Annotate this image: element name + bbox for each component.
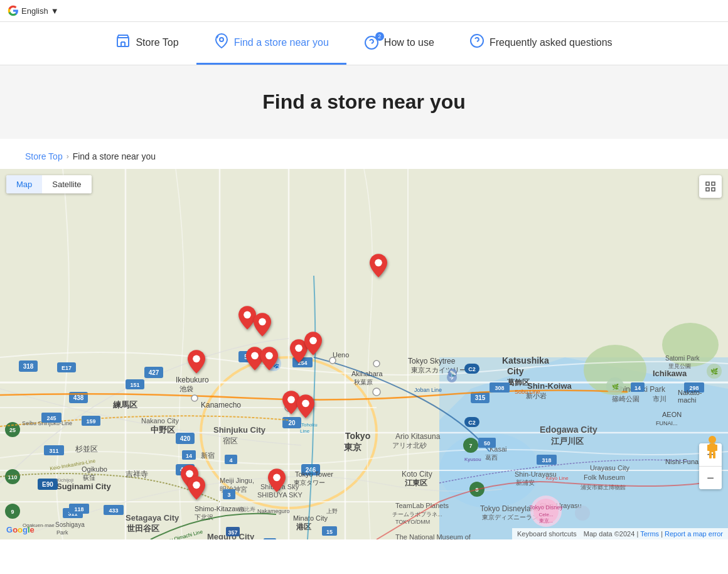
svg-text:Ikebukuro: Ikebukuro — [176, 376, 209, 384]
map-pin-6[interactable] — [260, 347, 278, 373]
svg-text:438: 438 — [73, 394, 84, 401]
how-to-use-icon: 2 — [364, 35, 379, 50]
map-pin-11[interactable] — [268, 468, 286, 495]
svg-text:308: 308 — [495, 385, 504, 391]
svg-text:9: 9 — [11, 509, 14, 515]
svg-text:Line: Line — [300, 428, 310, 434]
svg-text:Rainbow Bridge: Rainbow Bridge — [276, 539, 321, 539]
svg-text:宿区: 宿区 — [223, 436, 238, 445]
svg-rect-245 — [706, 188, 709, 191]
svg-text:Tokyo Skytree: Tokyo Skytree — [408, 357, 456, 366]
breadcrumb-separator: › — [67, 152, 69, 161]
map-fullscreen-btn[interactable] — [699, 175, 722, 198]
map-pin-1[interactable] — [370, 254, 387, 280]
map-type-map-btn[interactable]: Map — [6, 175, 42, 193]
svg-text:Suginami City: Suginami City — [56, 482, 111, 491]
svg-rect-249 — [709, 452, 712, 458]
svg-point-242 — [193, 482, 200, 489]
svg-text:池袋: 池袋 — [179, 385, 193, 393]
svg-text:Kanamecho: Kanamecho — [201, 401, 241, 409]
svg-text:Nakato-: Nakato- — [678, 389, 702, 396]
svg-text:東京スカイツリー: 東京スカイツリー — [411, 366, 466, 374]
nav-item-find-store[interactable]: Find a store near you — [196, 22, 346, 65]
nav-item-store-top[interactable]: Store Top — [98, 22, 196, 65]
svg-text:秋葉原: 秋葉原 — [354, 379, 373, 386]
svg-point-230 — [375, 259, 382, 267]
svg-point-231 — [244, 311, 252, 318]
svg-text:Ario Kitasuna: Ario Kitasuna — [395, 432, 441, 441]
svg-text:Koto City: Koto City — [402, 470, 432, 479]
svg-rect-177 — [264, 538, 276, 539]
svg-text:Kyusou: Kyusou — [464, 457, 481, 462]
svg-point-247 — [709, 436, 716, 443]
svg-point-214 — [575, 506, 590, 521]
svg-text:E90: E90 — [42, 481, 53, 488]
svg-text:Tokyo Disney: Tokyo Disney — [529, 504, 563, 511]
svg-text:Tokyo: Tokyo — [345, 431, 370, 441]
svg-text:Soshigaya: Soshigaya — [55, 521, 85, 528]
language-label: English — [21, 6, 48, 16]
google-icon — [8, 5, 19, 16]
svg-point-193 — [191, 395, 198, 401]
map-pin-8[interactable] — [304, 332, 322, 358]
svg-text:Keyo Line: Keyo Line — [546, 475, 569, 481]
map-pin-10[interactable] — [297, 394, 314, 421]
svg-rect-252 — [714, 445, 717, 451]
svg-text:上野: 上野 — [326, 508, 338, 514]
svg-text:FUNAI...: FUNAI... — [656, 420, 678, 426]
svg-text:Tohoku: Tohoku — [301, 422, 318, 428]
svg-text:315: 315 — [475, 394, 486, 401]
svg-text:427: 427 — [149, 369, 159, 376]
keyboard-shortcuts-link[interactable]: Keyboard shortcuts — [517, 530, 577, 538]
svg-point-194 — [329, 357, 336, 364]
svg-point-240 — [273, 474, 281, 482]
map-container[interactable]: 318 438 427 5 20 246 420 420 315 25 110 … — [0, 169, 728, 539]
svg-point-235 — [265, 352, 273, 359]
svg-text:159: 159 — [86, 418, 95, 425]
svg-point-234 — [251, 352, 259, 359]
map-svg: 318 438 427 5 20 246 420 420 315 25 110 … — [0, 169, 728, 539]
svg-text:Nishi-Funa...: Nishi-Funa... — [665, 458, 704, 465]
faq-icon — [469, 33, 484, 51]
svg-text:20: 20 — [288, 420, 296, 426]
svg-text:📡: 📡 — [449, 370, 457, 377]
svg-text:C2: C2 — [468, 366, 476, 372]
svg-text:杉並区: 杉並区 — [75, 445, 98, 453]
svg-text:245: 245 — [46, 415, 56, 421]
svg-text:Setagaya City: Setagaya City — [126, 513, 179, 523]
svg-text:Cele...: Cele... — [538, 512, 553, 517]
nav-item-faq[interactable]: Frequently asked questions — [452, 22, 630, 65]
svg-text:里見公園: 里見公園 — [668, 363, 691, 369]
svg-text:Ueno: Ueno — [333, 351, 349, 359]
map-pin-4[interactable] — [188, 350, 205, 376]
page-header: Find a store near you — [0, 65, 728, 139]
svg-text:357: 357 — [228, 529, 237, 536]
svg-text:433: 433 — [109, 507, 118, 514]
svg-text:Shimo-Kitazawa: Shimo-Kitazawa — [195, 505, 245, 512]
language-selector[interactable]: English ▼ — [8, 5, 59, 16]
nav-bar: Store Top Find a store near you 2 How to… — [0, 22, 728, 65]
svg-text:江戸川区: 江戸川区 — [551, 436, 584, 446]
zoom-out-btn[interactable]: − — [699, 467, 722, 489]
nav-store-top-label: Store Top — [136, 37, 178, 48]
breadcrumb-home-link[interactable]: Store Top — [25, 151, 63, 161]
map-pin-13[interactable] — [188, 476, 205, 502]
svg-rect-250 — [713, 452, 715, 458]
map-pegman[interactable] — [704, 435, 720, 464]
svg-text:東京: 東京 — [344, 442, 362, 452]
nav-item-how-to-use[interactable]: 2 How to use — [346, 24, 452, 63]
svg-text:Nakano City: Nakano City — [141, 417, 179, 425]
svg-text:🌿: 🌿 — [710, 367, 719, 376]
terms-link[interactable]: Terms — [640, 530, 659, 538]
svg-rect-244 — [712, 182, 715, 185]
report-error-link[interactable]: Report a map error — [665, 530, 723, 538]
map-pin-3[interactable] — [254, 313, 271, 339]
svg-text:Folk Museum: Folk Museum — [584, 474, 625, 481]
map-pin-icon — [214, 33, 229, 51]
svg-text:Minato City: Minato City — [293, 514, 328, 522]
map-type-satellite-btn[interactable]: Satellite — [42, 175, 91, 193]
svg-text:machi: machi — [678, 396, 696, 404]
svg-text:420: 420 — [180, 435, 191, 442]
svg-text:篠崎公園: 篠崎公園 — [612, 395, 640, 403]
svg-text:新宿: 新宿 — [201, 452, 215, 459]
